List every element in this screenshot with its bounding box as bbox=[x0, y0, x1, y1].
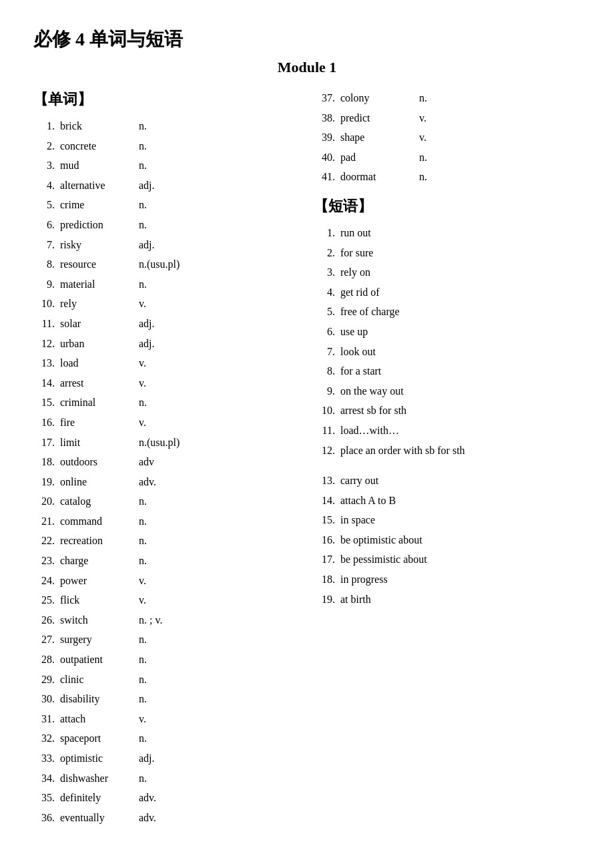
phrase-text: get rid of bbox=[340, 284, 581, 301]
word-pos: n. bbox=[139, 493, 147, 510]
phrase-item: 11.load…with… bbox=[314, 422, 581, 439]
word-pos: n. bbox=[139, 730, 147, 747]
word-pos: adj. bbox=[139, 236, 155, 254]
phrase-num: 14. bbox=[314, 492, 335, 509]
words-list-right: 37.colonyn.38.predictv.39.shapev.40.padn… bbox=[314, 89, 581, 186]
word-item: 8.resourcen.(usu.pl) bbox=[33, 256, 294, 273]
phrase-num: 10. bbox=[314, 402, 335, 419]
word-item: 19.onlineadv. bbox=[33, 473, 294, 491]
phrase-text: be pessimistic about bbox=[340, 551, 581, 568]
word-pos: n. bbox=[419, 149, 427, 166]
word-text: colony bbox=[340, 89, 414, 107]
word-text: pad bbox=[340, 149, 414, 166]
word-text: switch bbox=[60, 612, 133, 629]
word-num: 1. bbox=[33, 118, 55, 135]
word-item: 33.optimisticadj. bbox=[33, 750, 294, 767]
word-num: 30. bbox=[33, 690, 55, 708]
word-num: 32. bbox=[33, 730, 55, 747]
word-pos: n. bbox=[139, 671, 147, 688]
word-num: 5. bbox=[33, 196, 55, 214]
phrase-item: 16.be optimistic about bbox=[314, 531, 581, 549]
word-pos: adj. bbox=[139, 335, 155, 353]
word-item: 4.alternativeadj. bbox=[33, 177, 294, 194]
word-pos: n. bbox=[139, 276, 147, 293]
word-item: 40.padn. bbox=[314, 149, 581, 166]
words-list-left: 1.brickn.2.concreten.3.mudn.4.alternativ… bbox=[33, 118, 294, 826]
phrase-item: 15.in space bbox=[314, 511, 581, 529]
phrase-item: 3.rely on bbox=[314, 264, 581, 281]
word-item: 37.colonyn. bbox=[314, 89, 581, 107]
word-pos: adv. bbox=[139, 789, 156, 807]
phrase-item bbox=[314, 461, 581, 469]
word-text: criminal bbox=[60, 394, 133, 411]
word-item: 32.spaceportn. bbox=[33, 730, 294, 747]
phrase-item: 8.for a start bbox=[314, 363, 581, 380]
word-item: 41.doormatn. bbox=[314, 168, 581, 186]
word-num: 17. bbox=[33, 434, 55, 451]
word-item: 26.switchn. ; v. bbox=[33, 612, 294, 629]
phrase-text: attach A to B bbox=[340, 492, 581, 509]
word-num: 34. bbox=[33, 770, 55, 787]
word-pos: n. bbox=[139, 118, 147, 135]
word-text: recreation bbox=[60, 532, 133, 550]
word-text: surgery bbox=[60, 631, 133, 648]
word-text: urban bbox=[60, 335, 133, 353]
word-num: 13. bbox=[33, 355, 55, 372]
word-item: 21.commandn. bbox=[33, 513, 294, 530]
word-item: 15.criminaln. bbox=[33, 394, 294, 411]
phrase-num: 5. bbox=[314, 303, 335, 320]
phrase-text: be optimistic about bbox=[340, 531, 581, 549]
word-pos: adj. bbox=[139, 315, 155, 333]
word-num: 10. bbox=[33, 295, 55, 312]
word-text: prediction bbox=[60, 216, 133, 234]
word-item: 5.crimen. bbox=[33, 196, 294, 214]
word-item: 23.chargen. bbox=[33, 552, 294, 570]
word-text: command bbox=[60, 513, 133, 530]
word-pos: n. bbox=[139, 513, 147, 530]
word-text: optimistic bbox=[60, 750, 133, 767]
word-text: power bbox=[60, 572, 133, 590]
word-pos: n.(usu.pl) bbox=[139, 434, 180, 451]
word-text: solar bbox=[60, 315, 133, 333]
word-num: 7. bbox=[33, 236, 55, 254]
word-num: 9. bbox=[33, 276, 55, 293]
word-text: mud bbox=[60, 157, 133, 174]
word-pos: n. ; v. bbox=[139, 612, 162, 629]
phrase-text: arrest sb for sth bbox=[340, 402, 581, 419]
word-num: 28. bbox=[33, 651, 55, 668]
word-pos: v. bbox=[139, 414, 146, 431]
word-pos: v. bbox=[139, 375, 146, 392]
word-pos: v. bbox=[139, 355, 146, 372]
word-text: catalog bbox=[60, 493, 133, 510]
word-pos: adv bbox=[139, 453, 154, 471]
word-item: 1.brickn. bbox=[33, 118, 294, 135]
word-item: 17.limitn.(usu.pl) bbox=[33, 434, 294, 451]
word-pos: adv. bbox=[139, 473, 156, 491]
word-pos: v. bbox=[419, 110, 426, 127]
word-item: 12.urbanadj. bbox=[33, 335, 294, 353]
word-item: 22.recreationn. bbox=[33, 532, 294, 550]
word-num: 26. bbox=[33, 612, 55, 629]
word-pos: v. bbox=[419, 129, 426, 146]
word-text: resource bbox=[60, 256, 133, 273]
word-num: 2. bbox=[33, 138, 55, 155]
word-num: 3. bbox=[33, 157, 55, 174]
word-num: 41. bbox=[314, 168, 335, 186]
word-num: 25. bbox=[33, 592, 55, 609]
word-text: online bbox=[60, 473, 133, 491]
phrase-text: for a start bbox=[340, 363, 581, 380]
phrases-list: 1.run out2.for sure3.rely on4.get rid of… bbox=[314, 224, 581, 608]
word-item: 6.predictionn. bbox=[33, 216, 294, 234]
module-title: Module 1 bbox=[33, 59, 581, 76]
word-text: material bbox=[60, 276, 133, 293]
word-pos: n. bbox=[139, 690, 147, 708]
word-pos: n. bbox=[139, 138, 147, 155]
word-text: alternative bbox=[60, 177, 133, 194]
word-pos: n. bbox=[139, 196, 147, 214]
word-text: predict bbox=[340, 110, 414, 127]
word-item: 29.clinicn. bbox=[33, 671, 294, 688]
word-num: 12. bbox=[33, 335, 55, 353]
word-text: crime bbox=[60, 196, 133, 214]
phrase-num: 11. bbox=[314, 422, 335, 439]
word-num: 35. bbox=[33, 789, 55, 807]
